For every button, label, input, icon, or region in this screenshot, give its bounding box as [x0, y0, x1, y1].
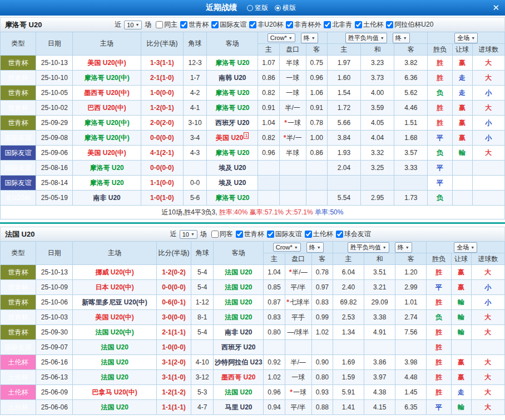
type-badge: 世青杯 — [1, 325, 36, 340]
col-wdl: 胜负 — [427, 253, 451, 265]
games-count-select[interactable]: 10▼ — [124, 21, 142, 29]
away-team-cell: 摩洛哥 U20 — [207, 86, 258, 101]
team-title: 摩洛哥 U20 — [1, 20, 42, 30]
filter-checkbox-3[interactable]: 非U20杯 — [249, 20, 283, 29]
col-odds-away: 客 — [306, 44, 327, 56]
filter-checkbox-1[interactable]: 世青杯 — [236, 229, 264, 239]
score-cell: 1-2(0-1) — [141, 101, 183, 116]
avg-away-cell: 3.98 — [395, 355, 427, 370]
odds-source-select[interactable]: Crow*▼ — [268, 33, 295, 42]
home-team-cell: 美国 U20(中) — [73, 56, 141, 71]
filter-checkbox-6[interactable]: 土伦杯 — [355, 20, 383, 29]
type-badge: 土伦杯 — [1, 400, 36, 415]
filter-label: 阿拉伯杯U20 — [394, 20, 433, 29]
filter-checkbox-1[interactable]: 世青杯 — [180, 20, 209, 29]
score-cell: 1-3(1-1) — [141, 56, 183, 71]
odds-source-select[interactable]: Crow*▼ — [273, 243, 301, 252]
checkbox-input[interactable] — [386, 21, 393, 28]
final-odds-select[interactable]: 终▼ — [395, 242, 412, 253]
odds-home-cell: 0.82 — [258, 131, 279, 146]
filter-checkbox-7[interactable]: 阿拉伯杯U20 — [386, 20, 433, 29]
type-badge: 国际友谊 — [1, 131, 36, 146]
filter-checkbox-4[interactable]: 球会友谊 — [336, 229, 371, 239]
col-type: 类型 — [1, 242, 36, 265]
table-row: 国际友谊25-09-08摩洛哥 U20(中)0-0(0-0)3-4美国 U201… — [1, 131, 505, 146]
avg-odds-select[interactable]: 胜平负均值▼ — [345, 33, 387, 43]
filter-checkbox-5[interactable]: 北非青 — [324, 20, 352, 29]
result-goals-cell: 大 — [471, 400, 504, 415]
result-goals-cell: 大 — [471, 370, 504, 385]
avg-draw-cell: 2.95 — [361, 191, 394, 206]
odds-home-cell: 0.82 — [258, 86, 279, 101]
avg-draw-cell — [364, 340, 395, 355]
checkbox-input[interactable] — [211, 21, 219, 28]
handicap-cell — [279, 191, 306, 206]
filter-checkbox-2[interactable]: 国际友谊 — [267, 229, 302, 239]
odds-home-cell: 1.07 — [258, 56, 279, 71]
table-row: 世青杯25-10-05墨西哥 U20(中)1-0(0-0)4-2摩洛哥 U200… — [1, 86, 505, 101]
radio-horizontal-layout[interactable]: 横版 — [275, 3, 296, 13]
checkbox-input[interactable] — [236, 231, 243, 238]
type-badge: 国际友谊 — [1, 176, 36, 191]
filter-label: 同主 — [164, 20, 177, 29]
games-count-select[interactable]: 10▼ — [180, 230, 197, 239]
checkbox-input[interactable] — [156, 21, 163, 28]
radio-vertical-layout[interactable]: 竖版 — [247, 3, 268, 13]
odds-home-cell: 0.87 — [264, 295, 285, 310]
score-cell: 1-0(0-0) — [156, 340, 191, 355]
filter-checkbox-4[interactable]: 非青杯外 — [286, 20, 321, 29]
odds-away-cell: 0.86 — [306, 146, 327, 161]
date-cell: 25-09-07 — [36, 340, 73, 355]
handicap-cell — [279, 161, 306, 176]
type-badge: 土伦杯 — [1, 355, 36, 370]
avg-draw-cell: 3.25 — [361, 161, 394, 176]
final-odds-select[interactable]: 终▼ — [393, 33, 410, 43]
radio-icon — [247, 5, 253, 11]
filter-checkbox-0[interactable]: 同客 — [211, 229, 233, 239]
avg-away-cell: 1.20 — [395, 265, 427, 280]
avg-away-cell: 4.46 — [394, 101, 428, 116]
result-wdl-cell: 胜 — [427, 385, 451, 400]
away-team-cell: 法国 U20 — [214, 280, 264, 295]
filter-checkbox-0[interactable]: 同主 — [156, 20, 177, 29]
checkbox-input[interactable] — [336, 231, 343, 238]
checkbox-input[interactable] — [211, 231, 219, 238]
checkbox-input[interactable] — [286, 21, 293, 28]
avg-home-cell: 2.53 — [333, 310, 364, 325]
checkbox-input[interactable] — [355, 21, 362, 28]
filter-checkbox-2[interactable]: 国际友谊 — [211, 20, 246, 29]
scope-select[interactable]: 全场▼ — [454, 242, 477, 253]
final-odds-select[interactable]: 终▼ — [301, 33, 318, 43]
score-cell: 0-6(0-1) — [156, 295, 191, 310]
avg-home-cell: 2.04 — [327, 161, 360, 176]
away-team-cell: 法国 U20 — [214, 265, 264, 280]
score-cell: 1-1(0-0) — [141, 176, 183, 191]
avg-away-cell: 1.73 — [394, 191, 428, 206]
close-icon[interactable]: ✕ — [492, 2, 499, 13]
odds-away-cell: 0.96 — [306, 71, 327, 86]
radio-vertical-label: 竖版 — [255, 3, 268, 13]
score-cell: 0-0(0-0) — [141, 161, 183, 176]
table-row: 土伦杯25-06-09巴拿马 U20(中)1-2(1-2)5-3法国 U200.… — [1, 385, 505, 400]
result-goals-cell: 大 — [472, 146, 504, 161]
away-team-cell: 南韩 U20 — [207, 71, 258, 86]
checkbox-input[interactable] — [324, 21, 331, 28]
away-team-cell: 马里 U20 — [214, 400, 264, 415]
avg-away-cell: 7.56 — [395, 325, 427, 340]
checkbox-input[interactable] — [249, 21, 256, 28]
avg-odds-select[interactable]: 胜平负均值▼ — [348, 242, 389, 253]
home-team-cell: 墨西哥 U20(中) — [73, 86, 141, 101]
score-cell: 3-1(1-0) — [156, 370, 191, 385]
result-handicap-cell: 輸 — [451, 325, 471, 340]
scope-select[interactable]: 全场▼ — [454, 33, 478, 43]
result-goals-cell: 小 — [471, 280, 504, 295]
checkbox-input[interactable] — [267, 231, 274, 238]
table-row: 土伦杯25-06-06法国 U201-1(1-1)4-7马里 U200.94平/… — [1, 400, 505, 415]
filter-checkbox-3[interactable]: 土伦杯 — [305, 229, 333, 239]
final-odds-select[interactable]: 终▼ — [306, 242, 324, 253]
col-away: 客场 — [214, 242, 264, 265]
checkbox-input[interactable] — [180, 21, 187, 28]
home-team: 日本 U20(中) — [95, 283, 133, 291]
checkbox-input[interactable] — [305, 231, 312, 238]
table-row: 世青杯25-10-09日本 U20(中)0-0(0-0)5-4法国 U200.8… — [1, 280, 505, 295]
